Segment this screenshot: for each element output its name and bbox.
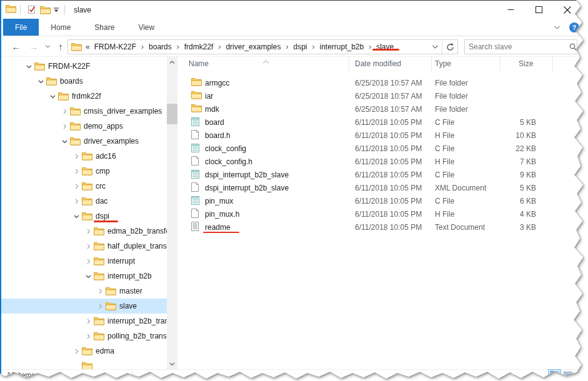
chevron-right-icon[interactable] [83,331,93,341]
breadcrumb-segment-dspi[interactable]: dspi [291,42,309,51]
file-row-mdk[interactable]: mdk6/25/2018 10:57 AMFile folder [182,102,588,116]
chevron-down-icon[interactable] [83,271,93,281]
tree-item-edma_b2b_transfer[interactable]: edma_b2b_transfer [1,224,167,239]
chevron-right-icon[interactable] [83,316,93,326]
chevron-right-icon[interactable] [71,361,81,369]
file-row-dspi_interrupt_b2b_slave[interactable]: dspi_interrupt_b2b_slave6/11/2018 10:05 … [182,181,588,194]
tree-item-half_duplex_transfer[interactable]: half_duplex_transfer [1,239,167,254]
breadcrumb-separator-icon[interactable]: › [215,42,224,51]
maximize-button[interactable] [525,1,553,19]
tree-item-dspi[interactable]: dspi [1,209,167,224]
file-row-clock_config[interactable]: clock_config6/11/2018 10:05 PMC File22 K… [182,142,588,155]
file-row-pin_mux[interactable]: pin_mux6/11/2018 10:05 PMC File6 KB [182,194,588,207]
customize-quick-access-dropdown-icon[interactable] [52,3,61,17]
chevron-right-icon[interactable] [95,301,105,311]
tree-item-boards[interactable]: boards [1,74,167,89]
breadcrumb-separator-icon[interactable]: › [138,42,147,51]
file-row-readme[interactable]: readme6/11/2018 10:05 PMText Document3 K… [182,220,588,234]
tree-item-interrupt[interactable]: interrupt [1,254,167,269]
tree-item-frdm-k22f[interactable]: FRDM-K22F [1,59,167,74]
scrollbar-thumb[interactable] [167,104,177,124]
up-button[interactable]: ↑ [52,39,69,54]
expand-ribbon-chevron-icon[interactable] [554,23,561,32]
chevron-right-icon[interactable] [71,196,81,206]
scroll-down-icon[interactable] [167,359,177,369]
scroll-up-icon[interactable] [167,57,177,67]
column-header-type[interactable]: Type [435,59,451,68]
tree-item-cmsis_driver_examples[interactable]: cmsis_driver_examples [1,104,167,119]
chevron-right-icon[interactable] [83,226,93,236]
tree-item-demo_apps[interactable]: demo_apps [1,119,167,134]
tab-file[interactable]: File [3,19,39,36]
tree-item-dac[interactable]: dac [1,194,167,209]
properties-check-icon[interactable] [24,3,38,17]
file-row-iar[interactable]: iar6/25/2018 10:57 AMFile folder [182,89,588,102]
tree-item-interrupt_b2b[interactable]: interrupt_b2b [1,269,167,284]
forward-button[interactable]: → [25,39,42,54]
breadcrumb-overflow[interactable]: « [86,42,90,51]
breadcrumb-segment-slave[interactable]: slave [374,42,396,51]
back-button[interactable]: ← [7,39,25,54]
chevron-down-icon[interactable] [71,211,81,221]
breadcrumb-segment-frdmk22f[interactable]: frdmk22f [182,42,216,51]
tree-item-adc16[interactable]: adc16 [1,149,167,164]
refresh-icon[interactable] [442,43,457,51]
chevron-right-icon[interactable] [71,166,81,176]
tree-item-slave[interactable]: slave [1,299,167,314]
file-row-pin_mux.h[interactable]: pin_mux.h6/11/2018 10:05 PMH File4 KB [182,207,588,220]
chevron-down-icon[interactable] [36,76,46,86]
tree-item-interrupt_b2b_transfer[interactable]: interrupt_b2b_transfer [1,314,167,329]
file-row-clock_config.h[interactable]: clock_config.h6/11/2018 10:05 PMH File7 … [182,155,588,168]
file-row-board[interactable]: board6/11/2018 10:05 PMC File5 KB [182,116,588,129]
thumbnails-view-icon[interactable] [561,369,574,380]
column-divider[interactable] [349,57,349,71]
details-view-icon[interactable] [548,369,561,380]
minimize-button[interactable] [497,1,525,19]
close-button[interactable] [553,1,581,19]
chevron-right-icon[interactable] [71,181,81,191]
breadcrumb-segment-interrupt_b2b[interactable]: interrupt_b2b [317,42,366,51]
column-divider[interactable] [500,57,501,71]
breadcrumb-separator-icon[interactable]: › [309,42,317,51]
column-header-size[interactable]: Size [519,59,533,68]
tree-item-cmp[interactable]: cmp [1,164,167,179]
breadcrumb-segment-frdm-k22f[interactable]: FRDM-K22F [92,42,138,51]
chevron-down-icon[interactable] [47,91,57,101]
tree-item-edma[interactable]: edma [1,344,167,359]
chevron-right-icon[interactable] [59,106,69,116]
tree-item-frdmk22f[interactable]: frdmk22f [1,89,167,104]
breadcrumb-segment-boards[interactable]: boards [147,42,174,51]
tree-item-polling_b2b_transfer[interactable]: polling_b2b_transfer [1,329,167,344]
breadcrumb-separator-icon[interactable]: › [282,42,291,51]
search-input[interactable] [465,42,569,51]
new-folder-icon[interactable] [38,3,52,17]
chevron-right-icon[interactable] [71,346,81,356]
tree-item-crc[interactable]: crc [1,179,167,194]
tab-view[interactable]: View [126,19,166,36]
chevron-right-icon[interactable] [71,151,81,161]
tab-home[interactable]: Home [39,19,82,36]
chevron-down-icon[interactable] [24,61,34,71]
tab-share[interactable]: Share [82,19,126,36]
tree-item-driver_examples[interactable]: driver_examples [1,134,167,149]
help-icon[interactable]: ? [569,22,579,32]
column-header-date-modified[interactable]: Date modified [355,59,401,68]
chevron-down-icon[interactable] [59,136,69,146]
tree-scrollbar[interactable] [167,57,177,369]
file-row-dspi_interrupt_b2b_slave[interactable]: dspi_interrupt_b2b_slave6/11/2018 10:05 … [182,168,588,181]
breadcrumb-segment-driver_examples[interactable]: driver_examples [224,42,282,51]
chevron-right-icon[interactable] [59,121,69,131]
address-dropdown-chevron-icon[interactable] [428,44,442,49]
file-row-board.h[interactable]: board.h6/11/2018 10:05 PMH File10 KB [182,129,588,142]
column-header-name[interactable]: Name [189,59,209,68]
chevron-right-icon[interactable] [95,286,105,296]
tree-item-master[interactable]: master [1,284,167,299]
breadcrumb-separator-icon[interactable]: › [174,42,182,51]
column-divider[interactable] [431,57,432,71]
chevron-right-icon[interactable] [83,241,93,251]
file-row-armgcc[interactable]: armgcc6/25/2018 10:57 AMFile folder [182,76,588,89]
tree-item-partial[interactable] [1,359,167,369]
column-divider[interactable] [552,57,553,71]
recent-locations-dropdown-icon[interactable] [42,39,52,54]
search-icon[interactable] [569,43,577,51]
